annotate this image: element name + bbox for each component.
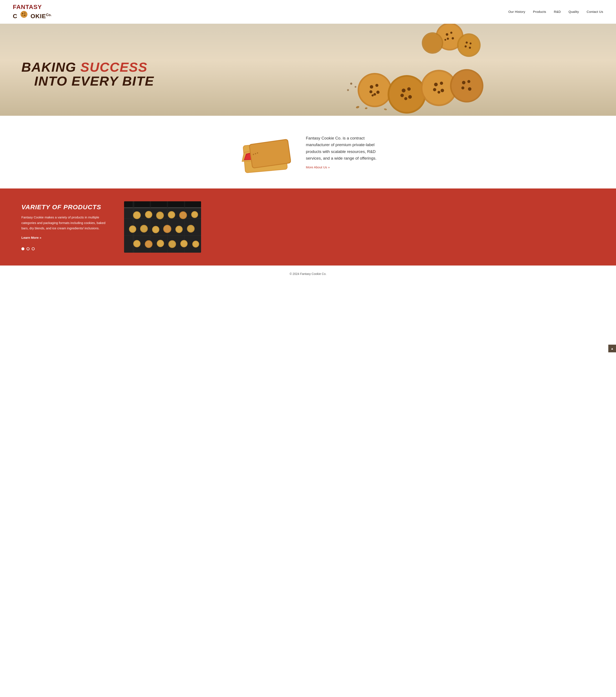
- nav-products[interactable]: Products: [533, 10, 546, 14]
- svg-point-5: [24, 15, 26, 16]
- logo-cookie-text: C OKIE: [13, 11, 46, 20]
- svg-point-80: [146, 211, 152, 218]
- svg-point-4: [22, 15, 23, 16]
- about-image-area: [229, 131, 293, 174]
- logo-row-top: FANTASY: [13, 4, 42, 11]
- products-right: [124, 201, 201, 253]
- svg-point-82: [157, 212, 163, 219]
- svg-point-88: [192, 212, 197, 217]
- svg-point-104: [146, 241, 152, 247]
- site-footer: © 2024 Fantasy Cookie Co.: [0, 266, 616, 282]
- more-about-us-link[interactable]: More About Us »: [306, 165, 330, 169]
- svg-point-100: [187, 225, 194, 232]
- hero-title-line2: INTO EVERY BITE: [34, 74, 154, 88]
- logo-wrapper: FANTASY C OKIE Co.: [13, 4, 51, 20]
- nav-our-history[interactable]: Our History: [508, 10, 525, 14]
- about-description: Fantasy Cookie Co. is a contract manufac…: [306, 135, 387, 162]
- footer-text: © 2024 Fantasy Cookie Co.: [290, 272, 326, 276]
- svg-point-2: [22, 13, 23, 14]
- carousel-dots: [21, 247, 111, 250]
- main-nav: Our History Products R&D Quality Contact…: [508, 10, 603, 14]
- svg-point-94: [153, 226, 159, 233]
- nav-contact-us[interactable]: Contact Us: [587, 10, 603, 14]
- logo: FANTASY C OKIE Co.: [13, 4, 51, 20]
- products-description: Fantasy Cookie makes a variety of produc…: [21, 214, 111, 231]
- products-left: VARIETY OF PRODUCTS Fantasy Cookie makes…: [21, 204, 111, 250]
- products-section: VARIETY OF PRODUCTS Fantasy Cookie makes…: [0, 189, 616, 266]
- svg-point-98: [176, 226, 182, 232]
- svg-point-84: [168, 212, 175, 218]
- svg-point-1: [21, 11, 27, 17]
- learn-more-link[interactable]: Learn More »: [21, 236, 41, 239]
- products-title: VARIETY OF PRODUCTS: [21, 204, 111, 211]
- carousel-dot-3[interactable]: [32, 247, 35, 250]
- baking-image: [124, 201, 201, 253]
- cookie-icon: [20, 11, 28, 18]
- about-section: Fantasy Cookie Co. is a contract manufac…: [0, 116, 616, 189]
- svg-point-108: [169, 241, 175, 247]
- hero-success-text: SUCCESS: [80, 60, 148, 74]
- nav-quality[interactable]: Quality: [569, 10, 579, 14]
- svg-point-96: [164, 225, 171, 232]
- svg-point-90: [130, 226, 136, 232]
- hero-baking-text: BAKING: [21, 60, 80, 74]
- site-header: FANTASY C OKIE Co.: [0, 0, 616, 24]
- logo-co-text: Co.: [46, 13, 51, 17]
- logo-row-bottom: C OKIE Co.: [13, 11, 51, 20]
- svg-point-112: [193, 241, 198, 247]
- hero-section: BAKING SUCCESS INTO EVERY BITE: [0, 24, 616, 116]
- svg-point-102: [134, 241, 140, 247]
- pastry-image: [231, 131, 291, 174]
- svg-rect-72: [124, 207, 201, 208]
- svg-point-106: [157, 240, 163, 247]
- logo-fantasy-text: FANTASY: [13, 4, 42, 11]
- svg-point-86: [180, 212, 186, 219]
- svg-point-3: [25, 12, 26, 14]
- hero-title-line1: BAKING SUCCESS: [21, 60, 154, 74]
- baking-tray-svg: [124, 201, 201, 253]
- svg-point-78: [134, 212, 140, 219]
- svg-point-6: [24, 15, 24, 16]
- hero-text: BAKING SUCCESS INTO EVERY BITE: [0, 51, 154, 88]
- carousel-dot-1[interactable]: [21, 247, 25, 250]
- nav-rd[interactable]: R&D: [554, 10, 561, 14]
- svg-rect-71: [124, 201, 201, 208]
- svg-point-110: [181, 241, 187, 247]
- svg-point-92: [141, 225, 147, 232]
- carousel-dot-2[interactable]: [27, 247, 30, 250]
- about-text-area: Fantasy Cookie Co. is a contract manufac…: [306, 135, 387, 169]
